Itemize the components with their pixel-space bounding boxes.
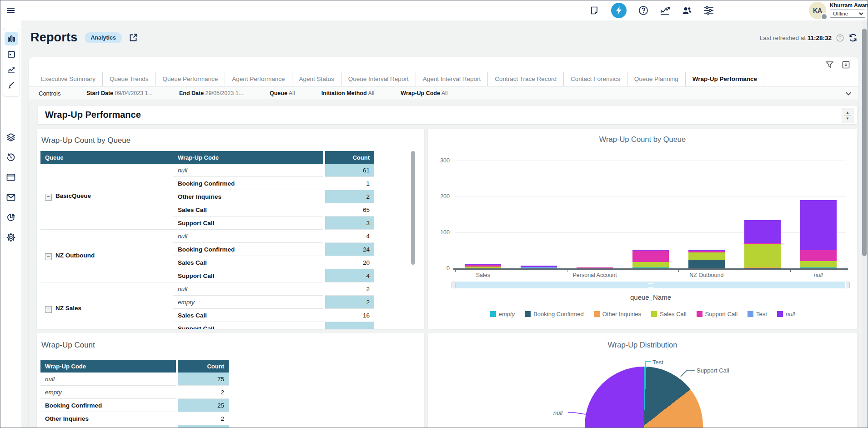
wrapup-code-cell[interactable]: Sales Call	[173, 256, 323, 269]
collapse-group-icon[interactable]: −	[45, 194, 52, 201]
bar-segment-empty[interactable]	[800, 267, 837, 268]
bar-segment-booking-confirmed[interactable]	[688, 260, 725, 268]
control-filter-queue[interactable]: Queue All	[270, 90, 295, 96]
count-cell[interactable]: 61	[325, 164, 374, 177]
stacked-bar-unlabeled-3[interactable]	[632, 250, 669, 268]
external-link-icon[interactable]	[129, 33, 138, 42]
x-axis-label-null[interactable]: null	[787, 272, 850, 278]
control-filter-initiation-method[interactable]: Initiation Method All	[321, 90, 375, 96]
sidebar-item-designer-icon[interactable]	[5, 78, 18, 92]
bolt-icon[interactable]	[611, 3, 627, 18]
legend-item-null[interactable]: null	[777, 311, 795, 317]
bar-segment-booking-confirmed[interactable]	[744, 268, 781, 268]
table-header-cell[interactable]: Queue	[40, 151, 173, 164]
zoom-handle[interactable]	[846, 282, 850, 288]
tab-executive-summary[interactable]: Executive Summary	[34, 72, 102, 86]
x-axis-label-nz-outbound[interactable]: NZ Outbound	[675, 272, 738, 278]
tab-contract-trace-record[interactable]: Contract Trace Record	[487, 72, 563, 86]
refresh-icon[interactable]	[848, 33, 858, 42]
count-cell[interactable]: 75	[178, 373, 229, 386]
count-cell[interactable]: 25	[178, 399, 229, 412]
wrapup-code-cell[interactable]: empty	[40, 386, 176, 399]
legend-item-other-inquiries[interactable]: Other Inquiries	[594, 311, 641, 317]
wrapup-code-cell[interactable]: Support Call	[173, 217, 323, 230]
wrapup-code-cell[interactable]: empty	[173, 296, 323, 309]
legend-item-empty[interactable]: empty	[490, 311, 515, 317]
wrapup-code-cell[interactable]: null	[173, 282, 323, 296]
legend-item-test[interactable]: Test	[748, 311, 767, 317]
tab-agent-interval-report[interactable]: Agent Interval Report	[416, 72, 488, 86]
count-cell[interactable]: 2	[178, 386, 229, 399]
count-cell[interactable]: 4	[325, 230, 374, 243]
count-cell[interactable]: 65	[325, 203, 374, 217]
info-icon[interactable]	[836, 34, 844, 42]
wrapup-code-cell[interactable]: null	[173, 230, 323, 243]
wrapup-code-cell[interactable]: Booking Confirmed	[173, 243, 323, 256]
stacked-bar-sales[interactable]	[465, 264, 501, 268]
x-axis-label-sales[interactable]: Sales	[451, 272, 515, 278]
wrapup-code-cell[interactable]: Sales Call	[173, 203, 323, 217]
help-icon[interactable]	[638, 5, 648, 15]
hamburger-menu-icon[interactable]	[6, 6, 15, 15]
wrapup-code-cell[interactable]: null	[173, 164, 323, 177]
sidebar-item-layers-icon[interactable]	[4, 131, 18, 144]
tab-agent-performance[interactable]: Agent Performance	[225, 72, 291, 86]
count-cell[interactable]: 2	[178, 412, 229, 425]
tab-wrap-up-performance[interactable]: Wrap-Up Performance	[685, 72, 764, 86]
count-cell[interactable]	[325, 322, 374, 329]
bar-segment-support-call[interactable]	[577, 267, 613, 268]
sidebar-item-window-icon[interactable]	[4, 171, 18, 184]
wrapup-code-cell[interactable]: Other Inquiries	[173, 190, 323, 203]
tab-queue-planning[interactable]: Queue Planning	[627, 72, 685, 86]
legend-item-sales-call[interactable]: Sales Call	[651, 311, 687, 317]
queue-group-cell[interactable]: −NZ Sales	[40, 282, 173, 329]
stacked-bar-unlabeled-1[interactable]	[521, 266, 557, 268]
count-cell[interactable]: 16	[325, 309, 374, 322]
user-avatar[interactable]: KA	[809, 2, 827, 20]
sidebar-item-line-chart-icon[interactable]	[5, 63, 18, 76]
tab-queue-trends[interactable]: Queue Trends	[102, 72, 156, 86]
stacked-bar-personal-account[interactable]	[577, 267, 613, 268]
spinner-up-icon[interactable]: ▲	[846, 111, 849, 115]
zoom-handle[interactable]	[452, 282, 456, 288]
notes-icon[interactable]	[589, 5, 599, 15]
bar-segment-null[interactable]	[800, 200, 837, 250]
pie-chart[interactable]	[585, 367, 703, 428]
wrapup-code-cell[interactable]: null	[40, 373, 176, 386]
bar-segment-null[interactable]	[744, 220, 781, 243]
table-header-cell[interactable]: Wrap-Up Code	[40, 360, 176, 373]
bar-segment-sales-call[interactable]	[632, 262, 669, 268]
table-header-cell[interactable]: Count	[325, 151, 374, 164]
download-icon[interactable]	[842, 61, 850, 69]
control-filter-start-date[interactable]: Start Date 09/04/2023 1...	[86, 90, 153, 96]
wrapup-code-cell[interactable]: Sales Call	[173, 309, 323, 322]
count-cell[interactable]: 24	[325, 243, 374, 256]
count-cell[interactable]: 3	[325, 217, 374, 230]
wrapup-code-cell[interactable]: Sales Call	[40, 425, 176, 428]
sidebar-item-calendar-icon[interactable]	[5, 47, 18, 61]
status-select[interactable]: Offline	[830, 10, 865, 18]
bar-segment-support-call[interactable]	[632, 251, 669, 262]
stacked-bar-nz-outbound[interactable]	[688, 250, 725, 268]
zoom-grip[interactable]	[648, 283, 653, 288]
filter-icon[interactable]	[826, 61, 834, 69]
sidebar-item-mail-icon[interactable]	[4, 191, 18, 204]
wrapup-code-cell[interactable]: Support Call	[173, 269, 323, 282]
count-cell[interactable]: 2	[325, 190, 374, 203]
count-cell[interactable]: 4	[325, 269, 374, 282]
count-cell[interactable]: 1	[325, 177, 374, 190]
bar-segment-sales-call[interactable]	[688, 252, 725, 260]
count-cell[interactable]: 106	[178, 425, 229, 428]
bar-segment-support-call[interactable]	[800, 250, 837, 261]
control-filter-end-date[interactable]: End Date 29/05/2023 1...	[179, 90, 243, 96]
tab-contact-forensics[interactable]: Contact Forensics	[563, 72, 627, 86]
wrapup-code-cell[interactable]: Booking Confirmed	[40, 399, 176, 412]
legend-item-support-call[interactable]: Support Call	[697, 311, 738, 317]
bar-segment-test[interactable]	[521, 267, 557, 268]
count-cell[interactable]: 2	[325, 296, 374, 309]
sidebar-item-bar-chart-icon[interactable]	[5, 32, 18, 45]
chevron-down-icon[interactable]	[845, 90, 852, 97]
table-scrollbar[interactable]	[411, 151, 415, 265]
tab-queue-interval-report[interactable]: Queue Interval Report	[341, 72, 416, 86]
page-scrollbar-thumb[interactable]	[862, 29, 867, 256]
